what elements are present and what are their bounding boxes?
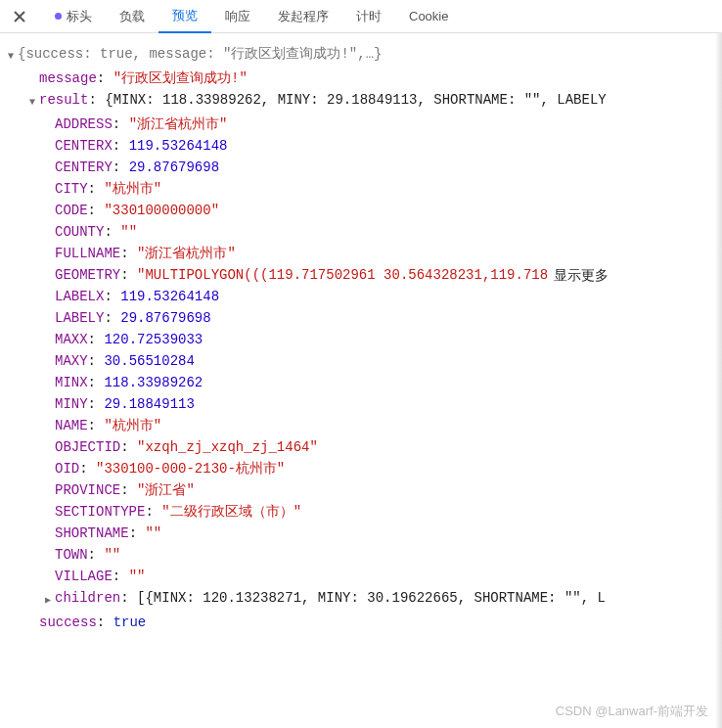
json-key: CODE (55, 200, 88, 221)
json-value: "杭州市" (104, 178, 161, 200)
prop-centery[interactable]: CENTERY: 29.87679698 (6, 157, 716, 178)
prop-name[interactable]: NAME: "杭州市" (6, 415, 716, 436)
json-key: MINY (55, 393, 88, 415)
tabs-bar: 标头 负载 预览 响应 发起程序 计时 Cookie (0, 0, 722, 33)
tab-initiator[interactable]: 发起程序 (264, 0, 342, 33)
json-root[interactable]: {success: true, message: "行政区划查询成功!",…} (6, 43, 716, 68)
json-value: true (113, 612, 147, 633)
json-tree: {success: true, message: "行政区划查询成功!",…} … (0, 33, 722, 643)
prop-maxx[interactable]: MAXX: 120.72539033 (6, 329, 716, 350)
json-value: "杭州市" (104, 415, 161, 436)
json-value: 119.53264148 (120, 286, 219, 307)
json-key: CENTERX (55, 135, 113, 157)
json-key: SECTIONTYPE (55, 501, 145, 523)
json-value: "MULTIPOLYGON(((119.717502961 30.5643282… (137, 264, 548, 286)
json-key: children (55, 587, 120, 609)
json-value: "行政区划查询成功!" (113, 68, 248, 89)
prop-fullname[interactable]: FULLNAME: "浙江省杭州市" (6, 243, 716, 264)
json-value: 29.87679698 (129, 157, 219, 178)
json-key: LABELY (55, 307, 104, 329)
prop-labely[interactable]: LABELY: 29.87679698 (6, 307, 716, 329)
json-value: "330100-000-2130-杭州市" (96, 458, 285, 479)
json-key: CENTERY (55, 157, 113, 178)
tab-label: Cookie (409, 9, 448, 23)
tab-label: 负载 (119, 8, 145, 25)
expand-toggle-icon[interactable] (6, 43, 16, 68)
tab-preview[interactable]: 预览 (158, 0, 211, 33)
object-preview: {MINX: 118.33989262, MINY: 29.18849113, … (105, 89, 606, 111)
prop-minx[interactable]: MINX: 118.33989262 (6, 372, 716, 393)
prop-miny[interactable]: MINY: 29.18849113 (6, 393, 716, 415)
json-value: "" (145, 523, 161, 544)
json-key: COUNTY (55, 221, 104, 243)
json-value: "" (104, 544, 120, 566)
tab-headers[interactable]: 标头 (41, 0, 106, 33)
json-key: MAXY (55, 350, 88, 372)
json-value: "浙江省" (137, 479, 195, 501)
watermark: CSDN @Lanwarf-前端开发 (556, 703, 708, 720)
prop-objectid[interactable]: OBJECTID: "xzqh_zj_xzqh_zj_1464" (6, 436, 716, 458)
json-value: "330100000000" (104, 200, 219, 221)
tab-response[interactable]: 响应 (211, 0, 264, 33)
json-key: PROVINCE (55, 479, 120, 501)
scrollbar[interactable] (715, 33, 722, 728)
prop-geometry[interactable]: GEOMETRY: "MULTIPOLYGON(((119.717502961 … (6, 264, 716, 286)
json-value: "xzqh_zj_xzqh_zj_1464" (137, 436, 318, 458)
json-key: FULLNAME (55, 243, 120, 264)
prop-code[interactable]: CODE: "330100000000" (6, 200, 716, 221)
json-key: CITY (55, 178, 88, 200)
json-value: "浙江省杭州市" (137, 243, 236, 264)
prop-result[interactable]: result: {MINX: 118.33989262, MINY: 29.18… (6, 89, 716, 114)
prop-city[interactable]: CITY: "杭州市" (6, 178, 716, 200)
json-key: message (39, 68, 97, 89)
json-value: "" (129, 566, 146, 587)
prop-province[interactable]: PROVINCE: "浙江省" (6, 479, 716, 501)
json-key: TOWN (55, 544, 88, 566)
prop-village[interactable]: VILLAGE: "" (6, 566, 716, 587)
json-value: "二级行政区域（市）" (161, 501, 301, 523)
json-key: GEOMETRY (55, 264, 120, 286)
json-key: result (39, 89, 88, 111)
prop-town[interactable]: TOWN: "" (6, 544, 716, 566)
prop-labelx[interactable]: LABELX: 119.53264148 (6, 286, 716, 307)
tab-label: 预览 (172, 7, 198, 24)
prop-message[interactable]: message: "行政区划查询成功!" (6, 68, 716, 89)
array-preview: [{MINX: 120.13238271, MINY: 30.19622665,… (137, 587, 606, 609)
json-key: ADDRESS (55, 114, 113, 135)
close-icon (13, 10, 26, 23)
expand-toggle-icon[interactable] (43, 587, 53, 612)
tab-label: 发起程序 (278, 8, 329, 25)
show-more-link[interactable]: 显示更多 (548, 264, 609, 286)
prop-shortname[interactable]: SHORTNAME: "" (6, 523, 716, 544)
json-key: MINX (55, 372, 88, 393)
tab-label: 计时 (356, 8, 382, 25)
json-value: "" (120, 221, 137, 243)
tab-label: 标头 (67, 8, 92, 25)
json-key: OBJECTID (55, 436, 120, 458)
prop-maxy[interactable]: MAXY: 30.56510284 (6, 350, 716, 372)
json-key: LABELX (55, 286, 104, 307)
json-value: 29.18849113 (104, 393, 194, 415)
json-value: 120.72539033 (104, 329, 203, 350)
indicator-dot-icon (55, 13, 62, 20)
json-key: SHORTNAME (55, 523, 129, 544)
tab-label: 响应 (225, 8, 250, 25)
prop-sectiontype[interactable]: SECTIONTYPE: "二级行政区域（市）" (6, 501, 716, 523)
tab-cookies[interactable]: Cookie (395, 0, 462, 33)
json-key: success (39, 612, 97, 633)
json-value: 118.33989262 (104, 372, 203, 393)
json-key: VILLAGE (55, 566, 113, 587)
prop-centerx[interactable]: CENTERX: 119.53264148 (6, 135, 716, 157)
prop-address[interactable]: ADDRESS: "浙江省杭州市" (6, 114, 716, 135)
close-button[interactable] (8, 5, 31, 28)
json-value: 29.87679698 (120, 307, 210, 329)
tab-payload[interactable]: 负载 (106, 0, 158, 33)
tab-timing[interactable]: 计时 (342, 0, 395, 33)
prop-children[interactable]: children: [{MINX: 120.13238271, MINY: 30… (6, 587, 716, 612)
prop-success[interactable]: success: true (6, 612, 716, 633)
expand-toggle-icon[interactable] (27, 89, 37, 114)
json-value: 119.53264148 (129, 135, 228, 157)
json-value: "浙江省杭州市" (129, 114, 228, 135)
prop-county[interactable]: COUNTY: "" (6, 221, 716, 243)
prop-oid[interactable]: OID: "330100-000-2130-杭州市" (6, 458, 716, 479)
